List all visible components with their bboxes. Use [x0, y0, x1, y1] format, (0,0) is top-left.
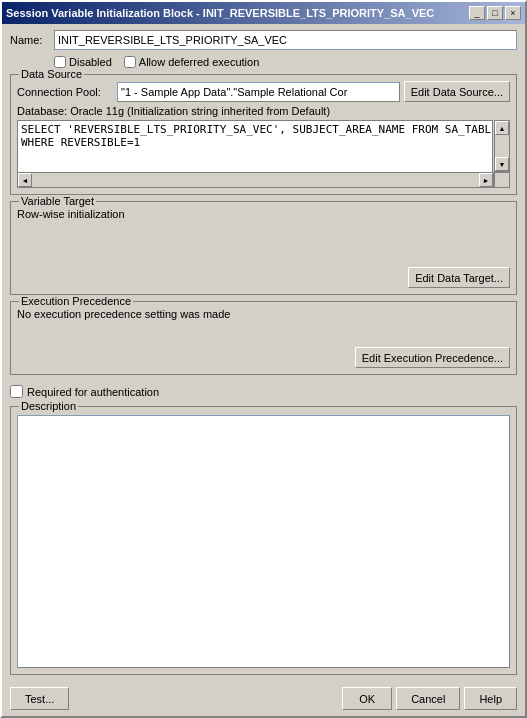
ok-button[interactable]: OK — [342, 687, 392, 710]
execution-precedence-group: Execution Precedence No execution preced… — [10, 301, 517, 375]
description-textarea[interactable] — [17, 415, 510, 668]
minimize-button[interactable]: _ — [469, 6, 485, 20]
variable-target-group: Variable Target Row-wise initialization … — [10, 201, 517, 295]
deferred-checkbox[interactable] — [124, 56, 136, 68]
cancel-button[interactable]: Cancel — [396, 687, 460, 710]
var-target-content: Row-wise initialization Edit Data Target… — [17, 208, 510, 288]
edit-target-button[interactable]: Edit Data Target... — [408, 267, 510, 288]
content-area: Name: Disabled Allow deferred execution … — [2, 24, 525, 681]
name-input[interactable] — [54, 30, 517, 50]
close-button[interactable]: × — [505, 6, 521, 20]
db-info-text: Database: Oracle 11g (Initialization str… — [17, 105, 510, 117]
window-title: Session Variable Initialization Block - … — [6, 7, 434, 19]
vertical-scrollbar[interactable]: ▲ ▼ — [494, 120, 510, 172]
var-target-bottom: Edit Data Target... — [17, 237, 510, 288]
disabled-label: Disabled — [69, 56, 112, 68]
disabled-checkbox-item: Disabled — [54, 56, 112, 68]
deferred-checkbox-item: Allow deferred execution — [124, 56, 259, 68]
description-label: Description — [19, 400, 78, 412]
datasource-content: Connection Pool: Edit Data Source... Dat… — [17, 81, 510, 188]
conn-pool-row: Connection Pool: Edit Data Source... — [17, 81, 510, 102]
datasource-group: Data Source Connection Pool: Edit Data S… — [10, 74, 517, 195]
edit-exec-button[interactable]: Edit Execution Precedence... — [355, 347, 510, 368]
title-bar-buttons: _ □ × — [469, 6, 521, 20]
exec-text: No execution precedence setting was made — [17, 308, 510, 320]
disabled-checkbox[interactable] — [54, 56, 66, 68]
main-window: Session Variable Initialization Block - … — [0, 0, 527, 718]
deferred-label: Allow deferred execution — [139, 56, 259, 68]
bottom-buttons: Test... OK Cancel Help — [2, 681, 525, 716]
left-buttons: Test... — [10, 687, 69, 710]
checkboxes-row: Disabled Allow deferred execution — [54, 56, 517, 68]
edit-datasource-button[interactable]: Edit Data Source... — [404, 81, 510, 102]
description-group: Description — [10, 406, 517, 675]
sql-content: SELECT 'REVERSIBLE_LTS_PRIORITY_SA_VEC',… — [21, 123, 493, 149]
var-target-label: Variable Target — [19, 195, 96, 207]
row-wise-label: Row-wise initialization — [17, 208, 510, 220]
name-row: Name: — [10, 30, 517, 50]
title-bar: Session Variable Initialization Block - … — [2, 2, 525, 24]
sql-wrapper: SELECT 'REVERSIBLE_LTS_PRIORITY_SA_VEC',… — [17, 120, 510, 188]
horizontal-scrollbar[interactable]: ◄ ► — [17, 172, 494, 188]
scroll-left-button[interactable]: ◄ — [18, 173, 32, 187]
datasource-group-label: Data Source — [19, 68, 84, 80]
auth-row: Required for authentication — [10, 381, 517, 402]
test-button[interactable]: Test... — [10, 687, 69, 710]
exec-group-label: Execution Precedence — [19, 295, 133, 307]
scroll-up-button[interactable]: ▲ — [495, 121, 509, 135]
scroll-down-button[interactable]: ▼ — [495, 157, 509, 171]
exec-content: No execution precedence setting was made… — [17, 308, 510, 368]
scroll-corner — [494, 172, 510, 188]
help-button[interactable]: Help — [464, 687, 517, 710]
conn-pool-label: Connection Pool: — [17, 86, 113, 98]
maximize-button[interactable]: □ — [487, 6, 503, 20]
conn-pool-input[interactable] — [117, 82, 400, 102]
name-label: Name: — [10, 34, 48, 46]
exec-bottom: Edit Execution Precedence... — [17, 333, 510, 368]
scroll-right-button[interactable]: ► — [479, 173, 493, 187]
required-auth-checkbox[interactable] — [10, 385, 23, 398]
required-auth-label: Required for authentication — [27, 386, 159, 398]
right-buttons: OK Cancel Help — [342, 687, 517, 710]
